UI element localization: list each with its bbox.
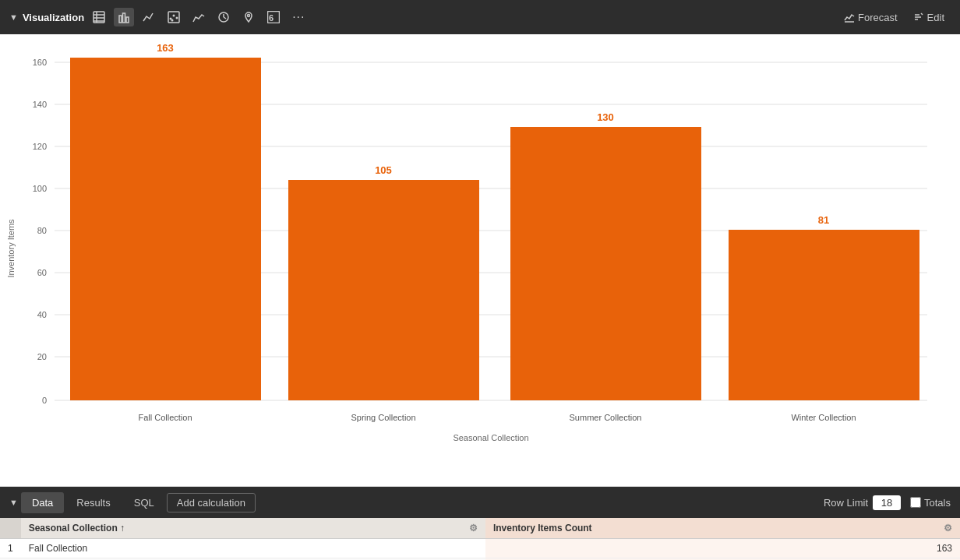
col2-gear-icon[interactable]: ⚙ bbox=[944, 523, 952, 534]
col2-header[interactable]: Inventory Items Count ⚙ bbox=[485, 518, 960, 539]
totals-checkbox[interactable] bbox=[910, 497, 921, 508]
row-num-header bbox=[0, 518, 21, 539]
row-num-1: 1 bbox=[0, 539, 21, 558]
chevron-down-icon[interactable]: ▼ bbox=[9, 12, 18, 22]
svg-text:Inventory Items: Inventory Items bbox=[6, 219, 16, 278]
bottom-toolbar: ▼ Data Results SQL Add calculation Row L… bbox=[0, 487, 960, 518]
data-tab-chevron[interactable]: ▼ bbox=[9, 498, 18, 507]
scatter-icon-btn[interactable] bbox=[164, 8, 184, 26]
row-limit-area: Row Limit 18 bbox=[824, 495, 901, 510]
svg-point-9 bbox=[173, 15, 175, 17]
bottom-panel: ▼ Data Results SQL Add calculation Row L… bbox=[0, 486, 960, 560]
totals-area: Totals bbox=[910, 497, 951, 509]
svg-text:120: 120 bbox=[33, 142, 47, 151]
svg-text:160: 160 bbox=[33, 58, 47, 67]
tab-data[interactable]: Data bbox=[21, 492, 64, 513]
toolbar-left: ▼ Visualization 6 ··· bbox=[9, 7, 831, 27]
svg-text:Fall Collection: Fall Collection bbox=[138, 413, 192, 422]
svg-text:60: 60 bbox=[37, 268, 47, 277]
col1-gear-icon[interactable]: ⚙ bbox=[469, 523, 478, 534]
svg-text:81: 81 bbox=[818, 214, 829, 226]
svg-text:40: 40 bbox=[37, 310, 47, 319]
row-limit-label: Row Limit bbox=[824, 497, 868, 509]
visualization-title: Visualization bbox=[23, 12, 84, 23]
row-limit-input[interactable]: 18 bbox=[873, 495, 901, 510]
svg-text:140: 140 bbox=[33, 100, 47, 109]
toolbar-right: Forecast Edit bbox=[838, 9, 951, 26]
chart-area: Inventory Items 0 20 40 60 80 100 120 14… bbox=[0, 34, 960, 486]
svg-point-16 bbox=[248, 15, 250, 17]
top-toolbar: ▼ Visualization 6 ··· bbox=[0, 0, 960, 34]
add-calculation-button[interactable]: Add calculation bbox=[167, 493, 256, 512]
svg-text:163: 163 bbox=[157, 42, 174, 54]
row-1-col2: 163 bbox=[485, 539, 960, 558]
svg-text:105: 105 bbox=[375, 164, 392, 176]
svg-rect-6 bbox=[123, 13, 125, 23]
forecast-button[interactable]: Forecast bbox=[838, 9, 904, 26]
bar-chart-icon-btn[interactable] bbox=[114, 8, 134, 26]
timeline-icon-btn[interactable] bbox=[214, 8, 234, 26]
more-options-btn[interactable]: ··· bbox=[288, 7, 309, 27]
svg-text:6: 6 bbox=[269, 13, 274, 23]
svg-point-10 bbox=[176, 17, 178, 19]
svg-point-11 bbox=[171, 19, 174, 22]
line-chart-icon-btn[interactable] bbox=[139, 8, 159, 26]
svg-text:Seasonal Collection: Seasonal Collection bbox=[453, 433, 528, 442]
totals-label: Totals bbox=[924, 497, 951, 509]
svg-rect-7 bbox=[126, 17, 129, 23]
table-row: 1 Fall Collection 163 bbox=[0, 539, 960, 558]
svg-rect-5 bbox=[119, 16, 122, 23]
number-icon-btn[interactable]: 6 bbox=[263, 8, 284, 26]
data-table: Seasonal Collection ↑ ⚙ Inventory Items … bbox=[0, 518, 960, 560]
bar-summer[interactable] bbox=[510, 127, 701, 400]
svg-text:0: 0 bbox=[42, 396, 47, 405]
bar-spring[interactable] bbox=[288, 180, 479, 400]
svg-line-15 bbox=[224, 17, 226, 19]
map-icon-btn[interactable] bbox=[238, 8, 259, 26]
svg-text:100: 100 bbox=[33, 184, 47, 193]
edit-button[interactable]: Edit bbox=[907, 9, 951, 26]
tab-sql[interactable]: SQL bbox=[123, 492, 165, 513]
bar-winter[interactable] bbox=[729, 230, 919, 400]
tab-results[interactable]: Results bbox=[65, 492, 121, 513]
svg-text:Summer Collection: Summer Collection bbox=[570, 413, 642, 422]
area-chart-icon-btn[interactable] bbox=[189, 8, 209, 26]
svg-text:Spring Collection: Spring Collection bbox=[351, 413, 415, 422]
table-icon-btn[interactable] bbox=[89, 8, 109, 26]
svg-text:130: 130 bbox=[597, 111, 614, 123]
svg-line-23 bbox=[921, 13, 923, 15]
svg-text:80: 80 bbox=[37, 226, 47, 235]
row-1-col1: Fall Collection bbox=[21, 539, 485, 558]
svg-text:20: 20 bbox=[37, 352, 47, 361]
bar-fall[interactable] bbox=[70, 58, 261, 400]
col1-header[interactable]: Seasonal Collection ↑ ⚙ bbox=[21, 518, 485, 539]
svg-text:Winter Collection: Winter Collection bbox=[791, 413, 856, 422]
